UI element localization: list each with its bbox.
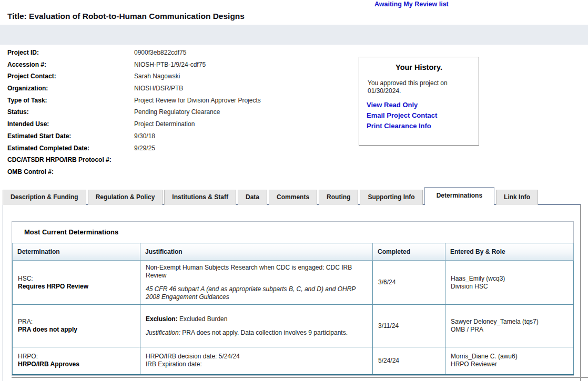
detail-row-accession: Accession #:NIOSH-PTB-1/9/24-cdf75 <box>7 61 344 73</box>
detail-value: Project Determination <box>134 120 195 128</box>
justification-label: Justification: <box>146 329 180 336</box>
justification-line: IRB Expiration date: <box>146 361 367 368</box>
your-history-box: Your History. You approved this project … <box>359 57 479 146</box>
justification-line: Exclusion: Excluded Burden <box>146 315 367 323</box>
entered-by-role: HRPO Reviewer <box>451 361 497 368</box>
determination-cell: HRPO:HRPO/IRB Approves <box>13 347 140 375</box>
column-header-justification: Justification <box>140 243 373 261</box>
detail-value: 9/30/18 <box>134 132 155 140</box>
entered-by-role: Division HSC <box>451 283 488 290</box>
entered-by-name: Sawyer Deloney_Tamela (tqs7) <box>451 318 539 325</box>
entered-by-role: OMB / PRA <box>451 326 483 333</box>
detail-row-status: Status:Pending Regulatory Clearance <box>7 108 344 120</box>
detail-value: Project Review for Division Approver Pro… <box>134 97 261 104</box>
detail-value: 9/29/25 <box>134 145 155 152</box>
print-clearance-info-link[interactable]: Print Clearance Info <box>367 122 479 130</box>
column-header-determination: Determination <box>13 243 140 261</box>
entered-by-cell: Haas_Emily (wcq3)Division HSC <box>445 261 574 305</box>
email-project-contact-link[interactable]: Email Project Contact <box>367 111 479 119</box>
detail-label: Intended Use: <box>7 120 134 128</box>
tab-description-funding[interactable]: Description & Funding <box>3 190 86 205</box>
completed-cell: 5/24/24 <box>373 347 445 375</box>
history-message: You approved this project on 01/30/2024. <box>368 79 471 95</box>
detail-row-hrpo-irb-protocol: CDC/ATSDR HRPO/IRB Protocol #: <box>7 156 344 168</box>
tab-supporting-info[interactable]: Supporting Info <box>360 190 422 205</box>
determination-type: HSC: <box>18 275 33 282</box>
entered-by-cell: Morris_Diane C. (awu6)HRPO Reviewer <box>445 347 574 375</box>
determinations-section: Most Current Determinations Determinatio… <box>12 221 574 376</box>
tab-determinations[interactable]: Determinations <box>424 187 494 205</box>
tab-data[interactable]: Data <box>238 190 267 205</box>
determination-type: HRPO: <box>18 353 38 360</box>
section-divider <box>12 377 588 378</box>
justification-line: Justification: PRA does not apply. Data … <box>146 329 367 337</box>
column-header-entered-by-role: Entered By & Role <box>445 243 574 261</box>
tab-routing[interactable]: Routing <box>319 190 358 205</box>
detail-label: Project ID: <box>7 49 134 56</box>
page-title: Title: Evaluation of Robot-to-Human Comm… <box>7 12 245 21</box>
title-label: Title: <box>7 12 27 20</box>
view-read-only-link[interactable]: View Read Only <box>367 101 479 109</box>
detail-value: 0900f3eb822cdf75 <box>134 49 186 56</box>
justification-text: PRA does not apply. Data collection invo… <box>180 329 348 336</box>
tab-link-info[interactable]: Link Info <box>496 190 538 205</box>
detail-label: Type of Task: <box>7 97 134 104</box>
detail-row-est-start-date: Estimated Start Date:9/30/18 <box>7 132 344 145</box>
entered-by-cell: Sawyer Deloney_Tamela (tqs7)OMB / PRA <box>445 305 574 347</box>
detail-label: Estimated Completed Date: <box>7 145 134 152</box>
section-title: Most Current Determinations <box>12 222 573 243</box>
justification-cell: Exclusion: Excluded Burden Justification… <box>140 305 373 347</box>
entered-by-name: Morris_Diane C. (awu6) <box>451 353 518 360</box>
table-header-row: Determination Justification Completed En… <box>13 243 574 261</box>
justification-cell: Non-Exempt Human Subjects Research when … <box>140 261 373 305</box>
detail-label: Accession #: <box>7 61 134 68</box>
detail-label: Project Contact: <box>7 73 134 80</box>
column-header-completed: Completed <box>373 243 445 261</box>
determination-decision: PRA does not apply <box>18 326 77 333</box>
detail-row-type-of-task: Type of Task:Project Review for Division… <box>7 97 344 109</box>
detail-value: Pending Regulatory Clearance <box>134 108 220 116</box>
determination-cell: HSC:Requires HRPO Review <box>13 261 140 305</box>
detail-label: Organization: <box>7 85 134 92</box>
determinations-table: Determination Justification Completed En… <box>12 243 574 375</box>
detail-value: NIOSH-PTB-1/9/24-cdf75 <box>134 61 206 68</box>
exclusion-text: Excluded Burden <box>178 315 228 323</box>
detail-value: Sarah Nagowski <box>134 73 180 80</box>
justification-cell: HRPO/IRB decision date: 5/24/24 IRB Expi… <box>140 347 373 375</box>
awaiting-my-review-link[interactable]: Awaiting My Review list <box>374 1 449 8</box>
detail-row-omb-control: OMB Control #: <box>7 168 344 180</box>
completed-cell: 3/11/24 <box>373 305 445 347</box>
justification-line: Non-Exempt Human Subjects Research when … <box>146 264 367 280</box>
determination-decision: HRPO/IRB Approves <box>18 361 79 368</box>
project-details: Project ID:0900f3eb822cdf75 Accession #:… <box>7 49 344 180</box>
detail-row-est-completed-date: Estimated Completed Date:9/29/25 <box>7 145 344 157</box>
history-title: Your History. <box>359 63 479 71</box>
title-text: Evaluation of Robot-to-Human Communicati… <box>29 12 245 20</box>
tab-institutions-staff[interactable]: Institutions & Staff <box>164 190 236 205</box>
table-row-pra: PRA:PRA does not apply Exclusion: Exclud… <box>13 305 574 347</box>
determination-type: PRA: <box>18 318 33 325</box>
detail-label: Status: <box>7 108 134 116</box>
detail-row-intended-use: Intended Use:Project Determination <box>7 120 344 132</box>
detail-row-organization: Organization:NIOSH/DSR/PTB <box>7 85 344 97</box>
detail-row-project-contact: Project Contact:Sarah Nagowski <box>7 73 344 85</box>
justification-citation: 45 CFR 46 subpart A (and as appropriate … <box>146 285 367 301</box>
entered-by-name: Haas_Emily (wcq3) <box>451 275 505 282</box>
completed-cell: 3/6/24 <box>373 261 445 305</box>
detail-value: NIOSH/DSR/PTB <box>134 85 183 92</box>
tab-regulation-policy[interactable]: Regulation & Policy <box>88 190 163 205</box>
detail-label: CDC/ATSDR HRPO/IRB Protocol #: <box>7 156 134 163</box>
tab-comments[interactable]: Comments <box>269 190 317 205</box>
detail-row-project-id: Project ID:0900f3eb822cdf75 <box>7 49 344 61</box>
detail-label: OMB Control #: <box>7 168 134 176</box>
header-band <box>0 25 588 45</box>
table-row-hrpo: HRPO:HRPO/IRB Approves HRPO/IRB decision… <box>13 347 574 375</box>
table-row-hsc: HSC:Requires HRPO Review Non-Exempt Huma… <box>13 261 574 305</box>
determination-cell: PRA:PRA does not apply <box>13 305 140 347</box>
tab-bar: Description & Funding Regulation & Polic… <box>0 187 588 205</box>
detail-label: Estimated Start Date: <box>7 132 134 140</box>
exclusion-label: Exclusion: <box>146 315 178 323</box>
history-links: View Read Only Email Project Contact Pri… <box>367 101 479 132</box>
determination-decision: Requires HRPO Review <box>18 283 88 290</box>
justification-line: HRPO/IRB decision date: 5/24/24 <box>146 353 367 361</box>
